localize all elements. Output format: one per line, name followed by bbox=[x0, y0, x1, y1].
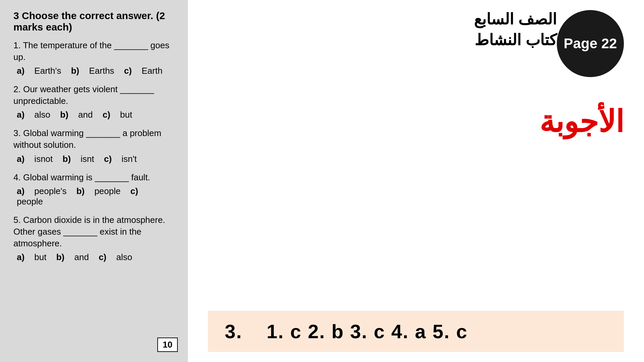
question-4: 4. Global warming is _______ fault. a) p… bbox=[13, 172, 178, 207]
question-3: 3. Global warming _______ a problem with… bbox=[13, 127, 178, 164]
left-panel: 3 Choose the correct answer. (2 marks ea… bbox=[0, 0, 188, 362]
q5-option-c: c) also bbox=[99, 252, 132, 262]
q5-option-a: a) but bbox=[17, 252, 47, 262]
q1-num: 1. bbox=[13, 40, 21, 50]
answers-box: 3. 1. c 2. b 3. c 4. a 5. c bbox=[208, 311, 624, 352]
q4-option-b: b) people bbox=[76, 186, 121, 196]
question-5: 5. Carbon dioxide is in the atmosphere. … bbox=[13, 214, 178, 262]
question-2-text: 2. Our weather gets violent _______ unpr… bbox=[13, 83, 178, 107]
q3-option-c: c) isn't bbox=[104, 154, 137, 164]
question-4-text: 4. Global warming is _______ fault. bbox=[13, 172, 178, 183]
q1-option-a: a) Earth's bbox=[17, 66, 61, 76]
q2-option-b: b) and bbox=[60, 110, 93, 120]
question-5-options: a) but b) and c) also bbox=[17, 252, 178, 262]
question-5-text: 5. Carbon dioxide is in the atmosphere. … bbox=[13, 214, 178, 249]
question-1-options: a) Earth's b) Earths c) Earth bbox=[17, 66, 178, 76]
question-2-options: a) also b) and c) but bbox=[17, 110, 178, 120]
q3-num: 3. bbox=[13, 128, 21, 138]
answers-section-num: 3. bbox=[225, 320, 242, 342]
page-circle: Page 22 bbox=[557, 10, 624, 77]
q2-option-c: c) but bbox=[103, 110, 132, 120]
q2-num: 2. bbox=[13, 84, 21, 94]
right-panel: الصف السابع كتاب النشاط Page 22 الأجوبة … bbox=[188, 0, 644, 362]
q4-option-a: a) people's bbox=[17, 186, 66, 196]
question-2: 2. Our weather gets violent _______ unpr… bbox=[13, 83, 178, 120]
q2-option-a: a) also bbox=[17, 110, 50, 120]
question-3-options: a) isnot b) isnt c) isn't bbox=[17, 154, 178, 164]
arabic-label-grade: الصف السابع bbox=[474, 10, 557, 28]
section-header: 3 Choose the correct answer. (2 marks ea… bbox=[13, 10, 178, 33]
q5-num: 5. bbox=[13, 215, 21, 225]
page-score: 10 bbox=[157, 338, 178, 352]
q4-num: 4. bbox=[13, 172, 21, 182]
answers-text: 1. c 2. b 3. c 4. a 5. c bbox=[267, 320, 468, 342]
q5-option-b: b) and bbox=[56, 252, 89, 262]
q1-option-c: c) Earth bbox=[124, 66, 163, 76]
top-right-header: الصف السابع كتاب النشاط Page 22 bbox=[208, 10, 624, 77]
question-1: 1. The temperature of the _______ goes u… bbox=[13, 40, 178, 76]
question-4-options: a) people's b) people c) people bbox=[17, 186, 178, 207]
arabic-answer-title: الأجوبة bbox=[208, 104, 624, 139]
arabic-label-book: كتاب النشاط bbox=[475, 31, 557, 49]
page-circle-text: Page 22 bbox=[564, 36, 617, 52]
q3-option-b: b) isnt bbox=[63, 154, 94, 164]
arabic-labels: الصف السابع كتاب النشاط bbox=[474, 10, 557, 49]
question-3-text: 3. Global warming _______ a problem with… bbox=[13, 127, 178, 151]
q3-option-a: a) isnot bbox=[17, 154, 53, 164]
question-1-text: 1. The temperature of the _______ goes u… bbox=[13, 40, 178, 63]
answers-content: 3. 1. c 2. b 3. c 4. a 5. c bbox=[225, 320, 468, 343]
section-header-text: 3 Choose the correct answer. (2 marks ea… bbox=[13, 10, 165, 33]
q1-option-b: b) Earths bbox=[71, 66, 114, 76]
